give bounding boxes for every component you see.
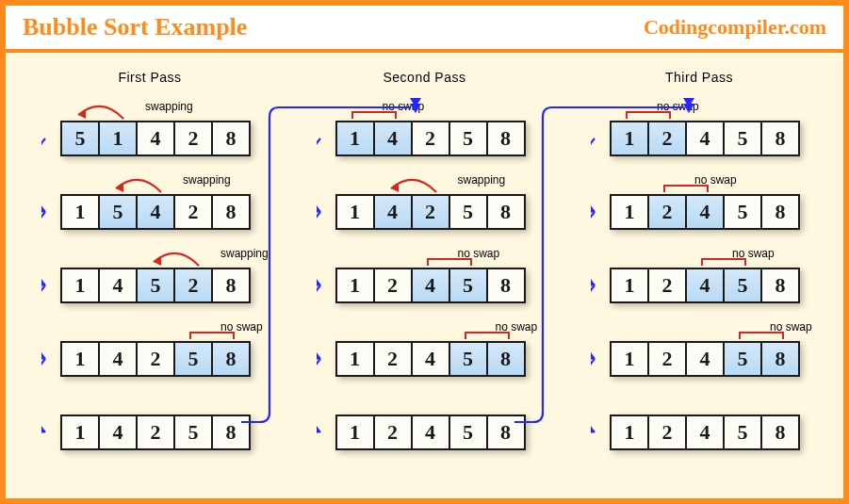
steps-wrap: no swap12458no swap12458no swap12458no s… <box>591 121 808 488</box>
array-cell: 8 <box>211 194 251 230</box>
array-cell: 2 <box>136 415 175 450</box>
array-step: 12458 <box>610 415 800 450</box>
array-cell: 2 <box>173 194 213 230</box>
array-step: swapping14258 <box>335 194 526 230</box>
array-cell: 8 <box>760 194 800 230</box>
array-cell: 4 <box>685 121 725 156</box>
array-cell: 5 <box>449 121 488 156</box>
pass-title: Third Pass <box>665 70 733 85</box>
array-step: swapping15428 <box>60 194 251 230</box>
array-step: swapping51428 <box>60 121 251 156</box>
page-title: Bubble Sort Example <box>23 13 247 41</box>
array-step: no swap12458 <box>335 268 526 303</box>
array-cell: 1 <box>610 268 649 303</box>
array-row: 12458 <box>335 415 526 450</box>
array-cell: 1 <box>610 341 649 377</box>
array-cell: 2 <box>136 341 175 377</box>
array-cell: 5 <box>723 268 762 303</box>
array-step: no swap14258 <box>335 121 526 156</box>
array-cell: 4 <box>98 341 138 377</box>
swap-arrow-icon <box>69 102 135 122</box>
header: Bubble Sort Example Codingcompiler.com <box>6 6 843 53</box>
array-cell: 1 <box>335 415 375 450</box>
array-row: 12458 <box>335 341 526 377</box>
array-row: 12458 <box>610 194 800 230</box>
array-cell: 2 <box>411 121 450 156</box>
swap-arrow-icon <box>382 175 448 196</box>
array-cell: 1 <box>60 415 100 450</box>
array-row: 12458 <box>610 268 800 303</box>
array-cell: 5 <box>723 121 762 156</box>
array-row: 15428 <box>60 194 251 230</box>
svg-marker-10 <box>317 426 320 434</box>
array-cell: 8 <box>486 268 526 303</box>
array-cell: 4 <box>685 194 725 230</box>
array-cell: 8 <box>486 194 526 230</box>
array-cell: 1 <box>335 341 375 377</box>
noswap-bracket <box>351 111 397 119</box>
pass-title: Second Pass <box>384 70 466 85</box>
noswap-bracket <box>427 258 472 266</box>
array-row: 12458 <box>335 268 526 303</box>
array-cell: 1 <box>610 415 649 450</box>
svg-marker-13 <box>591 279 595 287</box>
array-cell: 1 <box>610 194 649 230</box>
array-cell: 5 <box>723 341 762 377</box>
array-cell: 1 <box>335 268 375 303</box>
array-row: 14258 <box>335 194 526 230</box>
array-cell: 2 <box>647 415 687 450</box>
array-cell: 8 <box>486 341 526 377</box>
swap-label: swapping <box>145 100 193 113</box>
noswap-bracket <box>626 111 671 119</box>
array-cell: 4 <box>373 121 413 156</box>
array-cell: 8 <box>486 121 526 156</box>
svg-marker-14 <box>591 352 595 361</box>
array-cell: 4 <box>411 341 450 377</box>
array-cell: 2 <box>373 415 413 450</box>
site-name: Codingcompiler.com <box>644 15 826 40</box>
array-cell: 1 <box>60 268 100 303</box>
array-cell: 2 <box>647 341 687 377</box>
pass-column: First Passswapping51428swapping15428swap… <box>32 64 268 489</box>
svg-marker-9 <box>317 352 320 361</box>
array-cell: 4 <box>685 415 725 450</box>
swap-arrow-icon <box>106 175 172 196</box>
noswap-bracket <box>663 185 709 192</box>
array-cell: 8 <box>760 121 800 156</box>
array-cell: 2 <box>173 121 213 156</box>
array-row: 14258 <box>60 341 251 377</box>
array-cell: 5 <box>173 415 213 450</box>
array-cell: 2 <box>647 121 687 156</box>
noswap-bracket <box>739 332 784 339</box>
svg-marker-15 <box>591 426 595 434</box>
array-cell: 5 <box>173 341 213 377</box>
array-cell: 5 <box>98 194 138 230</box>
array-cell: 4 <box>98 268 138 303</box>
array-cell: 8 <box>211 121 251 156</box>
noswap-bracket <box>465 332 510 339</box>
noswap-bracket <box>189 332 235 339</box>
array-cell: 8 <box>486 415 526 450</box>
swap-label: swapping <box>220 247 269 260</box>
svg-marker-1 <box>41 279 45 287</box>
array-row: 12458 <box>610 415 800 450</box>
array-cell: 5 <box>449 341 488 377</box>
array-step: no swap12458 <box>610 268 800 303</box>
array-step: 12458 <box>335 415 526 450</box>
array-cell: 4 <box>373 194 413 230</box>
array-cell: 4 <box>411 415 450 450</box>
swap-arrow-icon <box>144 249 210 269</box>
array-cell: 5 <box>449 194 488 230</box>
array-cell: 5 <box>449 415 488 450</box>
array-step: 14258 <box>60 415 251 450</box>
array-step: swapping14528 <box>60 268 251 303</box>
array-cell: 2 <box>647 268 687 303</box>
array-cell: 2 <box>373 341 413 377</box>
array-step: no swap14258 <box>60 341 251 377</box>
array-cell: 1 <box>335 121 375 156</box>
array-step: no swap12458 <box>335 341 526 377</box>
svg-marker-8 <box>317 279 320 287</box>
array-cell: 1 <box>335 194 375 230</box>
array-step: no swap12458 <box>610 121 800 156</box>
array-cell: 2 <box>173 268 213 303</box>
